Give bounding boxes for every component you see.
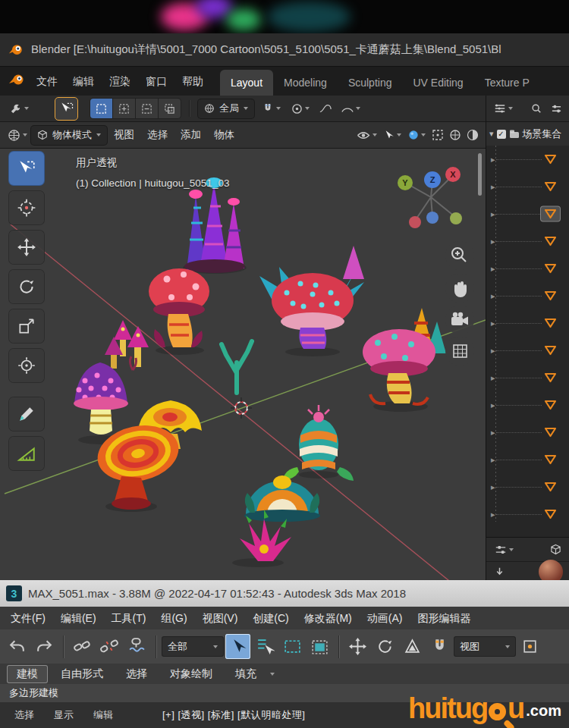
expand-icon[interactable]: ▸ [491, 510, 501, 519]
max-menu-animation[interactable]: 动画(A) [360, 607, 410, 629]
expand-icon[interactable]: ▸ [491, 291, 501, 301]
scale-button[interactable] [400, 634, 425, 659]
mushroom-pink-right[interactable] [363, 308, 446, 404]
collapse-arrow-icon[interactable] [492, 564, 507, 579]
select-mode-new[interactable] [90, 99, 112, 118]
workspace-tab-sculpting[interactable]: Sculpting [338, 70, 403, 96]
blender-logo-icon[interactable] [8, 72, 26, 90]
properties-cube-icon[interactable] [548, 541, 564, 557]
outliner-object-row-selected[interactable]: ▸ [486, 200, 569, 228]
mushroom-striped-egg[interactable] [282, 405, 354, 481]
expand-icon[interactable]: ▸ [491, 155, 501, 165]
workspace-tab-uv-editing[interactable]: UV Editing [402, 70, 473, 96]
expand-icon[interactable]: ▸ [491, 318, 501, 328]
snap-globe-icon[interactable] [447, 127, 464, 143]
ribbon-tab-freeform[interactable]: 自由形式 [52, 666, 112, 682]
select-mode-extend[interactable] [113, 99, 135, 118]
ribbon-tab-object-paint[interactable]: 对象绘制 [161, 666, 222, 682]
tool-measure[interactable] [9, 437, 44, 470]
tool-move[interactable] [9, 231, 44, 264]
outliner-object-row[interactable]: ▸ [486, 309, 569, 337]
scene-collection-row[interactable]: ▾ ✓ 场景集合 [486, 122, 569, 146]
tool-annotate[interactable] [9, 397, 44, 431]
snap-toggle-button[interactable] [427, 634, 452, 659]
tool-select-box[interactable] [9, 152, 44, 185]
max-menu-edit[interactable]: 编辑(E) [53, 607, 104, 629]
polygon-modeling-label[interactable]: 多边形建模 [9, 686, 58, 700]
select-object-button[interactable] [225, 634, 250, 659]
expand-icon[interactable]: ▸ [491, 182, 501, 192]
selectability-dropdown[interactable] [381, 127, 404, 143]
ortho-grid-button[interactable] [445, 337, 474, 366]
ribbon-tab-selection[interactable]: 选择 [117, 666, 156, 682]
outliner-search-icon[interactable] [529, 101, 544, 116]
use-pivot-button[interactable] [517, 634, 542, 659]
expand-icon[interactable]: ▸ [491, 400, 501, 410]
rotate-button[interactable] [373, 634, 398, 659]
plant-teal-coral[interactable] [222, 341, 252, 393]
outliner-display-icon[interactable] [549, 102, 564, 116]
select-mode-intersect[interactable] [159, 99, 181, 118]
unlink-button[interactable] [97, 634, 122, 659]
outliner-object-row[interactable]: ▸ [486, 282, 569, 309]
max-menu-file[interactable]: 文件(F) [3, 607, 53, 629]
mushroom-dome-striped[interactable] [244, 475, 320, 522]
mushroom-purple-spikes[interactable] [184, 177, 245, 273]
mushroom-red-cap[interactable] [149, 268, 209, 347]
outliner-object-row[interactable]: ▸ [486, 391, 569, 419]
max-menu-graph-editors[interactable]: 图形编辑器 [410, 607, 478, 629]
tool-dropdown[interactable] [6, 100, 32, 118]
expand-icon[interactable]: ▸ [491, 237, 501, 246]
selection-region-button[interactable] [280, 634, 305, 659]
outliner-object-row[interactable]: ▸ [486, 255, 569, 282]
gizmo-neg-x-ball[interactable] [409, 216, 421, 228]
coord-system-dropdown[interactable]: 视图 [454, 637, 515, 656]
tool-scale[interactable] [9, 309, 44, 343]
outliner-object-row[interactable]: ▸ [486, 228, 569, 255]
editor-type-dropdown[interactable] [5, 127, 30, 144]
menu-edit[interactable]: 编辑 [65, 68, 102, 96]
tool-rotate[interactable] [9, 270, 44, 303]
ribbon-tab-populate[interactable]: 填充 [226, 666, 266, 682]
viewport-menu-object[interactable]: 物体 [208, 125, 240, 145]
workspace-tab-texture-paint[interactable]: Texture P [474, 70, 540, 96]
max-menu-views[interactable]: 视图(V) [195, 607, 246, 629]
max-menu-tools[interactable]: 工具(T) [104, 607, 154, 629]
max-menu-modifiers[interactable]: 修改器(M) [297, 607, 360, 629]
tool-cursor[interactable] [9, 191, 44, 224]
ribbon-tab-modeling[interactable]: 建模 [8, 666, 47, 682]
expand-icon[interactable]: ▸ [491, 209, 501, 219]
zoom-button[interactable] [445, 241, 474, 270]
gizmo-neg-z-ball[interactable] [426, 212, 439, 224]
menu-file[interactable]: 文件 [29, 68, 65, 96]
nav-gizmo[interactable]: Y Z X [398, 167, 462, 228]
window-crossing-button[interactable] [307, 634, 332, 659]
menu-render[interactable]: 渲染 [102, 68, 138, 96]
falloff-arc-dropdown[interactable] [338, 102, 363, 115]
outliner-object-row[interactable]: ▸ [486, 364, 569, 391]
region-scrollbar[interactable] [478, 153, 482, 196]
outliner-object-row[interactable]: ▸ [486, 446, 569, 473]
properties-editor-dropdown[interactable] [492, 542, 517, 557]
active-tool-button[interactable] [55, 97, 78, 121]
visibility-dropdown[interactable] [354, 128, 380, 143]
orientation-dropdown[interactable]: 全局 [198, 99, 254, 118]
expand-icon[interactable]: ▾ [489, 129, 494, 139]
outliner-object-row[interactable]: ▸ [486, 146, 569, 173]
max-menu-create[interactable]: 创建(C) [245, 607, 296, 629]
snap-dropdown[interactable] [259, 100, 284, 117]
gizmo-sphere-dropdown[interactable] [405, 127, 429, 143]
max-menu-group[interactable]: 组(G) [153, 607, 194, 629]
falloff-curve-icon[interactable] [317, 101, 334, 116]
redo-button[interactable] [32, 634, 57, 659]
select-by-name-button[interactable] [253, 634, 278, 659]
move-button[interactable] [345, 634, 370, 659]
workspace-tab-layout[interactable]: Layout [220, 70, 273, 96]
bind-spacewarp-button[interactable] [124, 634, 149, 659]
viewport-menu-select[interactable]: 选择 [141, 125, 174, 145]
checkbox-icon[interactable]: ✓ [497, 130, 506, 139]
overlay-frame-icon[interactable] [429, 127, 446, 143]
undo-button[interactable] [5, 634, 30, 659]
mushroom-checkered-purple[interactable] [74, 362, 128, 435]
select-mode-subtract[interactable] [136, 99, 158, 118]
